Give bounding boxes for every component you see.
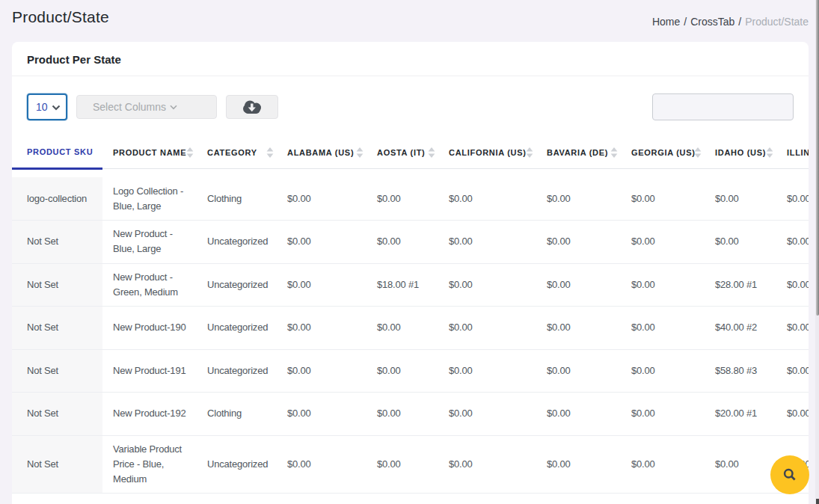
- cell-category: Uncategorized: [197, 221, 277, 264]
- column-header[interactable]: PRODUCT NAME: [102, 137, 197, 168]
- sort-icon: [356, 147, 364, 158]
- table-row: Not SetNew Product - Blue, LargeUncatego…: [12, 221, 809, 264]
- cell-value: $58.80 #3: [705, 349, 776, 393]
- vertical-scrollbar[interactable]: [815, 0, 819, 504]
- cell-value: $0.00: [277, 393, 366, 436]
- select-columns-label: Select Columns: [93, 101, 166, 113]
- chevron-down-icon: [52, 105, 61, 111]
- cell-value: $0.00: [536, 307, 621, 350]
- cell-sku: Not Set: [12, 307, 102, 350]
- table-controls: 10 Select Columns: [27, 93, 794, 120]
- sort-icon: [610, 147, 618, 158]
- cell-value: $0.00: [705, 221, 776, 264]
- cell-value: $0.00: [621, 221, 705, 264]
- card-header: Product Per State: [12, 42, 809, 76]
- column-header[interactable]: ALABAMA (US): [277, 137, 366, 168]
- cell-name: New Product-190: [102, 307, 197, 350]
- cloud-download-icon: [243, 100, 261, 114]
- table-row: Not SetNew Product - Green, MediumUncate…: [12, 263, 809, 307]
- breadcrumb: Home/CrossTab/Product/State: [652, 16, 809, 28]
- cell-value: $0.00: [438, 435, 536, 493]
- cell-name: New Product-191: [102, 349, 197, 393]
- cell-category: Clothing: [197, 177, 277, 221]
- column-header[interactable]: ILLINOIS (US): [776, 137, 809, 168]
- scrollbar-corner: [816, 499, 819, 504]
- cell-value: $0.00: [776, 221, 809, 264]
- page-size-select[interactable]: 10: [27, 93, 67, 120]
- cell-category: Uncategorized: [197, 349, 277, 393]
- cell-value: $0.00: [621, 393, 705, 436]
- cell-value: $0.00: [776, 177, 809, 221]
- breadcrumb-crosstab[interactable]: CrossTab: [690, 16, 734, 28]
- sort-icon: [428, 147, 435, 158]
- cell-value: $0.00: [621, 307, 705, 350]
- cell-value: $0.00: [776, 263, 809, 307]
- cell-value: $0.00: [366, 393, 438, 436]
- cell-name: Logo Collection - Blue, Large: [102, 177, 197, 221]
- search-input[interactable]: [652, 93, 794, 120]
- cell-value: $0.00: [536, 393, 621, 436]
- breadcrumb-home[interactable]: Home: [652, 16, 680, 28]
- column-header[interactable]: CATEGORY: [197, 137, 277, 168]
- table-row: Not SetNew Product-192Clothing$0.00$0.00…: [12, 393, 809, 436]
- cell-value: $0.00: [277, 263, 366, 307]
- sort-icon: [526, 147, 533, 158]
- cell-value: $0.00: [438, 307, 536, 350]
- page-title: Product/State: [12, 8, 109, 26]
- cell-value: $0.00: [438, 177, 536, 221]
- cell-sku: Not Set: [12, 393, 102, 436]
- cell-value: $0.00: [621, 349, 705, 393]
- topbar: Product/State Home/CrossTab/Product/Stat…: [0, 0, 819, 42]
- cell-value: $0.00: [277, 221, 366, 264]
- cell-value: $40.00 #2: [705, 307, 776, 350]
- cell-value: $0.00: [776, 307, 809, 350]
- cell-name: New Product - Green, Medium: [102, 263, 197, 307]
- spacer-row: [12, 168, 809, 177]
- cell-value: $0.00: [366, 435, 438, 493]
- column-header[interactable]: AOSTA (IT): [366, 137, 438, 168]
- chevron-down-icon: [170, 105, 177, 110]
- select-columns-button[interactable]: Select Columns: [76, 95, 217, 119]
- sort-icon: [694, 147, 702, 158]
- cell-value: $0.00: [705, 435, 776, 493]
- breadcrumb-separator: /: [738, 16, 741, 28]
- breadcrumb-current: Product/State: [745, 16, 809, 28]
- cell-value: $0.00: [705, 177, 776, 221]
- cell-name: New Product-192: [102, 393, 197, 436]
- cell-value: $0.00: [277, 307, 366, 350]
- floating-search-button[interactable]: [770, 455, 809, 494]
- cell-value: $28.00 #1: [705, 263, 776, 307]
- cell-value: $0.00: [621, 435, 705, 493]
- cell-value: $0.00: [776, 349, 809, 393]
- cell-category: Uncategorized: [197, 435, 277, 493]
- cell-value: $0.00: [366, 307, 438, 350]
- download-button[interactable]: [226, 95, 278, 119]
- card-title: Product Per State: [27, 53, 121, 66]
- cell-value: $0.00: [438, 221, 536, 264]
- cell-value: $0.00: [277, 349, 366, 393]
- cell-value: $0.00: [536, 221, 621, 264]
- cell-value: $20.00 #1: [705, 393, 776, 436]
- scrollbar-thumb[interactable]: [816, 0, 819, 316]
- column-header[interactable]: BAVARIA (DE): [536, 137, 621, 168]
- table-row: Not SetNew Product-190Uncategorized$0.00…: [12, 307, 809, 350]
- sort-icon: [766, 147, 773, 158]
- cell-sku: Not Set: [12, 349, 102, 393]
- column-header[interactable]: GEORGIA (US): [621, 137, 705, 168]
- column-header[interactable]: CALIFORNIA (US): [438, 137, 536, 168]
- cell-sku: Not Set: [12, 221, 102, 264]
- table-wrap: PRODUCT SKUPRODUCT NAMECATEGORYALABAMA (…: [12, 137, 809, 494]
- cell-value: $0.00: [536, 349, 621, 393]
- table-row: Not SetVariable Product Price - Blue, Me…: [12, 435, 809, 493]
- cell-category: Uncategorized: [197, 307, 277, 350]
- cell-value: $0.00: [438, 393, 536, 436]
- cell-value: $18.00 #1: [366, 263, 438, 307]
- cell-value: $0.00: [621, 177, 705, 221]
- column-header[interactable]: PRODUCT SKU: [12, 137, 102, 168]
- cell-value: $0.00: [536, 177, 621, 221]
- table-row: logo-collectionLogo Collection - Blue, L…: [12, 177, 809, 221]
- cell-category: Uncategorized: [197, 263, 277, 307]
- cell-value: $0.00: [277, 177, 366, 221]
- cell-category: Clothing: [197, 393, 277, 436]
- column-header[interactable]: IDAHO (US): [705, 137, 776, 168]
